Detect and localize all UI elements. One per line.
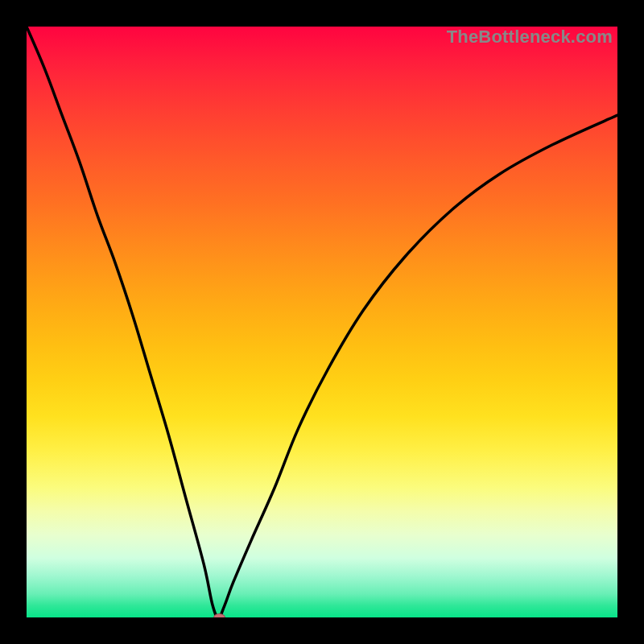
watermark: TheBottleneck.com — [447, 27, 613, 47]
optimum-marker — [213, 613, 225, 617]
plot-area: TheBottleneck.com — [27, 27, 617, 617]
bottleneck-curve — [27, 27, 617, 617]
chart-frame: TheBottleneck.com — [0, 0, 644, 644]
